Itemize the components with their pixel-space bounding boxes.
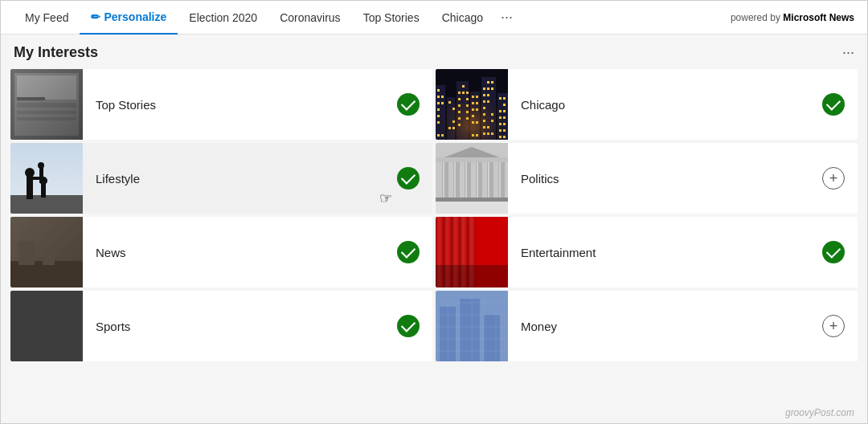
nav-item-chicago[interactable]: Chicago — [431, 1, 494, 35]
card-chicago[interactable]: Chicago — [436, 69, 858, 140]
card-label-top-stories: Top Stories — [83, 98, 397, 112]
check-icon-news — [397, 241, 420, 263]
card-image-entertainment — [436, 217, 508, 287]
card-image-news — [10, 217, 83, 287]
card-label-politics: Politics — [508, 172, 822, 186]
brand-name: Microsoft News — [783, 12, 854, 23]
interests-title: My Interests — [14, 44, 98, 61]
powered-by-text: powered by — [731, 12, 780, 23]
plus-icon-politics: + — [822, 167, 845, 190]
nav-label-coronavirus: Coronavirus — [280, 11, 340, 24]
check-icon-chicago — [822, 93, 845, 116]
card-action-top-stories[interactable] — [397, 93, 420, 116]
card-action-chicago[interactable] — [822, 93, 845, 116]
plus-icon-money: + — [822, 315, 845, 337]
card-label-news: News — [83, 246, 397, 259]
nav-item-personalize[interactable]: ✏ Personalize — [80, 1, 178, 35]
card-image-money — [436, 291, 508, 361]
check-icon-lifestyle — [397, 167, 420, 190]
card-action-entertainment[interactable] — [822, 241, 845, 263]
card-action-money[interactable]: + — [822, 315, 845, 337]
card-image-chicago — [436, 69, 508, 140]
card-label-money: Money — [508, 320, 822, 333]
check-icon-sports — [397, 315, 420, 337]
nav-label-personalize: Personalize — [104, 10, 166, 23]
check-icon-top-stories — [397, 93, 420, 116]
card-action-lifestyle[interactable] — [397, 167, 420, 190]
interests-more-button[interactable]: ··· — [842, 44, 854, 61]
nav-item-my-feed[interactable]: My Feed — [14, 1, 80, 35]
powered-by: powered by Microsoft News — [731, 12, 854, 23]
nav-label-election: Election 2020 — [189, 11, 257, 24]
card-top-stories[interactable]: Top Stories — [10, 69, 432, 140]
nav-item-coronavirus[interactable]: Coronavirus — [268, 1, 351, 35]
interests-grid: Top Stories Chicago Lifestyle ☞ — [1, 69, 867, 371]
nav-more-button[interactable]: ··· — [494, 1, 519, 35]
card-action-politics[interactable]: + — [822, 167, 845, 190]
nav-label-top-stories: Top Stories — [363, 11, 420, 24]
card-news[interactable]: News — [10, 217, 432, 287]
nav-label-my-feed: My Feed — [25, 11, 68, 24]
card-label-entertainment: Entertainment — [508, 246, 822, 259]
interests-header: My Interests ··· — [1, 35, 867, 69]
check-icon-entertainment — [822, 241, 845, 263]
card-label-lifestyle: Lifestyle — [83, 172, 397, 186]
nav-more-dots: ··· — [501, 9, 513, 26]
card-lifestyle[interactable]: Lifestyle ☞ — [10, 143, 432, 214]
card-image-sports — [10, 291, 83, 361]
card-action-news[interactable] — [397, 241, 420, 263]
content-area: My Interests ··· Top Stories Chicago — [1, 35, 867, 424]
card-image-top-stories — [10, 69, 83, 140]
card-money[interactable]: Money + — [436, 291, 858, 361]
card-image-politics — [436, 143, 508, 214]
pencil-icon: ✏ — [91, 10, 100, 23]
nav-item-election[interactable]: Election 2020 — [178, 1, 268, 35]
card-label-chicago: Chicago — [508, 98, 822, 112]
nav-label-chicago: Chicago — [442, 11, 483, 24]
card-image-lifestyle — [10, 143, 83, 214]
cursor-pointer: ☞ — [379, 190, 392, 207]
card-label-sports: Sports — [83, 320, 397, 333]
nav-bar: My Feed ✏ Personalize Election 2020 Coro… — [1, 1, 867, 35]
watermark: groovyPost.com — [785, 407, 854, 418]
card-entertainment[interactable]: Entertainment — [436, 217, 858, 287]
card-action-sports[interactable] — [397, 315, 420, 337]
card-politics[interactable]: Politics + — [436, 143, 858, 214]
nav-item-top-stories[interactable]: Top Stories — [352, 1, 431, 35]
card-sports[interactable]: Sports — [10, 291, 432, 361]
